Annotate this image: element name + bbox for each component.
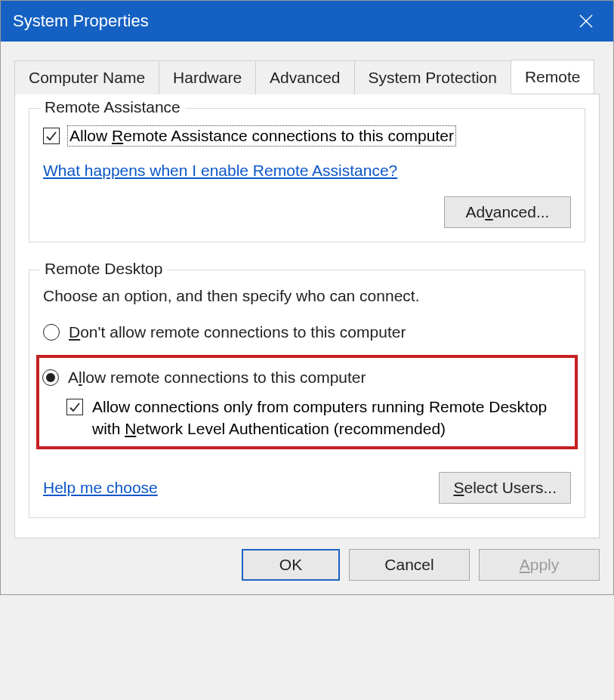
titlebar: System Properties: [1, 1, 613, 42]
allow-remote-assistance-label: Allow Remote Assistance connections to t…: [67, 125, 456, 146]
tab-remote[interactable]: Remote: [511, 60, 595, 94]
tab-strip: Computer Name Hardware Advanced System P…: [14, 60, 600, 94]
radio-allow-label: Allow remote connections to this compute…: [68, 369, 366, 387]
allow-remote-assistance-checkbox-row[interactable]: Allow Remote Assistance connections to t…: [43, 125, 571, 146]
remote-assistance-title: Remote Assistance: [40, 98, 185, 116]
tab-body-remote: Remote Assistance Allow Remote Assistanc…: [14, 94, 600, 538]
radio-icon: [43, 324, 60, 341]
remote-desktop-group: Remote Desktop Choose an option, and the…: [29, 270, 585, 518]
remote-desktop-intro: Choose an option, and then specify who c…: [43, 287, 571, 305]
nla-label: Allow connections only from computers ru…: [92, 396, 567, 440]
checkbox-icon: [66, 399, 83, 415]
nla-checkbox-row[interactable]: Allow connections only from computers ru…: [66, 396, 567, 440]
radio-icon: [42, 369, 59, 386]
system-properties-window: System Properties Computer Name Hardware…: [0, 0, 614, 595]
dialog-button-row: OK Cancel Apply: [1, 538, 613, 594]
radio-dont-allow[interactable]: Don't allow remote connections to this c…: [43, 323, 571, 341]
help-me-choose-link[interactable]: Help me choose: [43, 479, 158, 497]
what-happens-link[interactable]: What happens when I enable Remote Assist…: [43, 162, 397, 179]
tab-hardware[interactable]: Hardware: [159, 60, 256, 94]
close-icon[interactable]: [571, 14, 601, 29]
radio-allow[interactable]: Allow remote connections to this compute…: [42, 369, 567, 387]
remote-desktop-title: Remote Desktop: [40, 260, 167, 278]
remote-assistance-group: Remote Assistance Allow Remote Assistanc…: [29, 108, 585, 242]
tab-computer-name[interactable]: Computer Name: [14, 60, 159, 94]
select-users-button[interactable]: Select Users...: [439, 472, 571, 504]
checkbox-icon: [43, 128, 60, 144]
apply-button[interactable]: Apply: [479, 549, 600, 581]
radio-dont-allow-label: Don't allow remote connections to this c…: [69, 323, 406, 341]
advanced-button[interactable]: Advanced...: [444, 196, 571, 228]
allow-connections-highlight: Allow remote connections to this compute…: [36, 355, 578, 449]
client-area: Computer Name Hardware Advanced System P…: [1, 42, 613, 538]
cancel-button[interactable]: Cancel: [349, 549, 470, 581]
tab-advanced[interactable]: Advanced: [255, 60, 354, 94]
window-title: System Properties: [13, 11, 571, 31]
tab-system-protection[interactable]: System Protection: [354, 60, 511, 94]
ok-button[interactable]: OK: [242, 549, 340, 581]
